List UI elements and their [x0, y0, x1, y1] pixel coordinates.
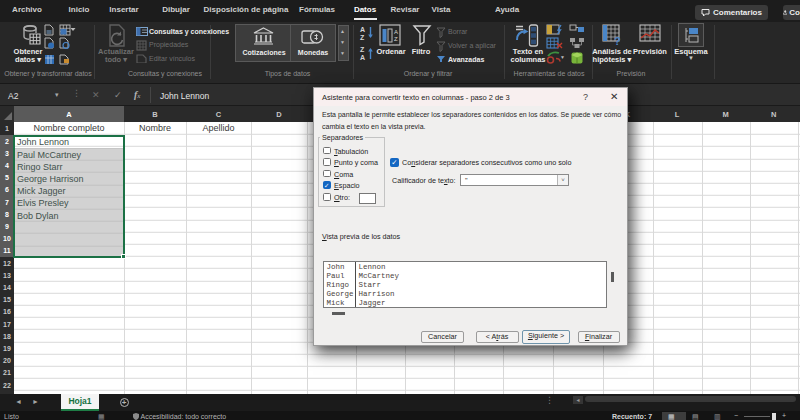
svg-text:A: A	[394, 29, 398, 35]
svg-text:Z: Z	[360, 34, 365, 41]
svg-text:A: A	[360, 54, 365, 61]
svg-text:Z: Z	[394, 36, 398, 42]
svg-text:A: A	[360, 26, 365, 33]
svg-text:?: ?	[614, 35, 621, 46]
svg-text:Z: Z	[360, 46, 365, 53]
